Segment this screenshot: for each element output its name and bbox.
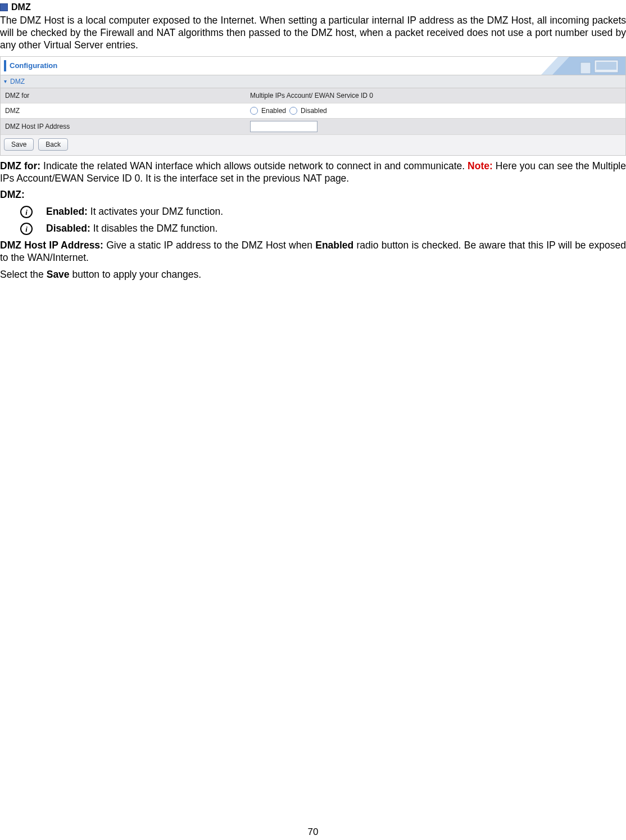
value-dmz: Enabled Disabled bbox=[246, 105, 332, 117]
header-graphic-icon bbox=[541, 57, 625, 75]
bullet-enabled-label: Enabled: bbox=[46, 206, 88, 217]
chevron-down-icon: ▾ bbox=[4, 78, 7, 84]
desc-host-text1: Give a static IP address to the DMZ Host… bbox=[103, 240, 315, 251]
config-title: Configuration bbox=[10, 61, 57, 70]
desc-dmz-for-text: Indicate the related WAN interface which… bbox=[40, 160, 468, 171]
info-icon: i bbox=[20, 223, 33, 235]
radio-enabled-label: Enabled bbox=[261, 107, 286, 115]
page-number: 70 bbox=[0, 827, 626, 838]
label-dmz: DMZ bbox=[1, 105, 246, 117]
desc-host-ip: DMZ Host IP Address: Give a static IP ad… bbox=[0, 240, 626, 264]
row-host-ip: DMZ Host IP Address bbox=[1, 119, 625, 135]
svg-rect-3 bbox=[596, 62, 616, 70]
desc-host-label: DMZ Host IP Address: bbox=[0, 240, 103, 251]
save-button[interactable]: Save bbox=[4, 138, 34, 151]
desc-dmz-for: DMZ for: Indicate the related WAN interf… bbox=[0, 160, 626, 185]
back-button[interactable]: Back bbox=[38, 138, 68, 151]
panel-sub-title: DMZ bbox=[10, 78, 25, 85]
radio-disabled[interactable] bbox=[289, 107, 297, 115]
desc-save-bold: Save bbox=[47, 269, 70, 280]
panel-header: Configuration bbox=[1, 57, 625, 75]
row-dmz-for: DMZ for Multiple IPs Account/ EWAN Servi… bbox=[1, 88, 625, 103]
desc-host-bold: Enabled bbox=[315, 240, 353, 251]
desc-save-text2: button to apply your changes. bbox=[70, 269, 201, 280]
host-ip-input[interactable] bbox=[250, 121, 317, 132]
value-dmz-for: Multiple IPs Account/ EWAN Service ID 0 bbox=[246, 89, 378, 102]
square-bullet-icon bbox=[0, 3, 8, 11]
radio-enabled[interactable] bbox=[250, 107, 258, 115]
desc-save: Select the Save button to apply your cha… bbox=[0, 269, 626, 281]
svg-rect-4 bbox=[580, 62, 591, 74]
section-title: DMZ bbox=[11, 2, 31, 12]
bullet-disabled-text: Disabled: It disables the DMZ function. bbox=[46, 223, 217, 234]
bullet-disabled: i Disabled: It disables the DMZ function… bbox=[20, 223, 626, 235]
desc-save-text1: Select the bbox=[0, 269, 47, 280]
section-heading-row: DMZ bbox=[0, 2, 626, 12]
bullet-list: i Enabled: It activates your DMZ functio… bbox=[20, 206, 626, 235]
dmz-label-text: DMZ: bbox=[0, 189, 25, 200]
panel-subheader[interactable]: ▾ DMZ bbox=[1, 75, 625, 88]
bullet-disabled-body: It disables the DMZ function. bbox=[90, 223, 218, 234]
label-dmz-for: DMZ for bbox=[1, 89, 246, 102]
row-dmz: DMZ Enabled Disabled bbox=[1, 103, 625, 119]
bullet-enabled-body: It activates your DMZ function. bbox=[88, 206, 223, 217]
bullet-enabled: i Enabled: It activates your DMZ functio… bbox=[20, 206, 626, 218]
blue-bar-icon bbox=[4, 60, 6, 71]
bullet-enabled-text: Enabled: It activates your DMZ function. bbox=[46, 206, 223, 218]
value-host-ip bbox=[246, 119, 322, 134]
bullet-disabled-label: Disabled: bbox=[46, 223, 90, 234]
info-icon: i bbox=[20, 206, 33, 218]
label-host-ip: DMZ Host IP Address bbox=[1, 120, 246, 133]
panel-header-left: Configuration bbox=[1, 60, 57, 71]
config-panel: Configuration ▾ DMZ DMZ for Multiple IPs… bbox=[0, 56, 626, 156]
desc-dmz-label: DMZ: bbox=[0, 189, 626, 201]
desc-dmz-for-label: DMZ for: bbox=[0, 160, 40, 171]
button-row: Save Back bbox=[1, 135, 625, 155]
intro-paragraph: The DMZ Host is a local computer exposed… bbox=[0, 15, 626, 52]
radio-disabled-label: Disabled bbox=[301, 107, 327, 115]
note-label: Note: bbox=[468, 160, 493, 171]
